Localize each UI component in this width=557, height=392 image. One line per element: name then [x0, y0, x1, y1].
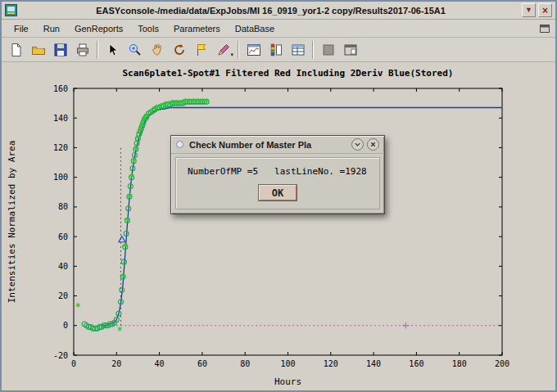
- zoom-in-button[interactable]: [125, 40, 145, 60]
- toolbar-separator: [238, 41, 239, 59]
- svg-text:0: 0: [71, 359, 76, 368]
- datatip-button[interactable]: [191, 40, 211, 60]
- svg-text:*: *: [116, 325, 122, 336]
- dialog-close-button[interactable]: [367, 138, 379, 151]
- close-button[interactable]: ×: [538, 3, 552, 17]
- svg-text:*: *: [126, 191, 132, 203]
- cursor-icon: [106, 43, 120, 57]
- title-bar: EASYconsole-/media/data/ExpJobs/MI 16_09…: [2, 2, 555, 20]
- svg-text:160: 160: [409, 359, 423, 368]
- svg-text:100: 100: [53, 173, 68, 182]
- save-icon: [53, 43, 68, 57]
- print-icon: [75, 43, 90, 57]
- print-button[interactable]: [72, 40, 93, 60]
- window-layout-button[interactable]: [340, 40, 360, 60]
- svg-text:Scan6plate1-Spot#1 Filtered Re: Scan6plate1-Spot#1 Filtered Red Includin…: [123, 68, 454, 79]
- dialog-field-numberofmp: NumberOfMP =5: [188, 166, 258, 177]
- menu-corner-icon[interactable]: [539, 23, 550, 34]
- datatip-flag-icon: [194, 43, 209, 57]
- colorbar-button[interactable]: [265, 40, 286, 60]
- menu-bar: File Run GenReports Tools Parameters Dat…: [2, 20, 555, 38]
- dialog-collapse-button[interactable]: [351, 138, 364, 151]
- svg-text:*: *: [120, 272, 125, 283]
- close-icon: [369, 141, 377, 148]
- new-document-icon: [9, 43, 24, 57]
- svg-text:200: 200: [495, 359, 509, 368]
- menu-database[interactable]: DataBase: [228, 22, 282, 35]
- toolbar: ▾: [2, 38, 555, 62]
- menu-run[interactable]: Run: [36, 22, 67, 35]
- svg-text:80: 80: [58, 202, 68, 211]
- svg-text:*: *: [122, 241, 128, 253]
- minimize-button[interactable]: ▼: [522, 3, 536, 17]
- brush-dropdown-arrow: ▾: [230, 52, 233, 58]
- dialog-title: Check Number of Master Pla: [189, 140, 348, 150]
- dialog-body: NumberOfMP =5lastLineNo. =1928 OK: [175, 157, 380, 210]
- svg-text:80: 80: [240, 359, 250, 368]
- gray-square-icon: [321, 43, 336, 57]
- svg-text:140: 140: [366, 359, 381, 368]
- svg-text:*: *: [129, 172, 134, 183]
- plot-canvas[interactable]: 020406080100120140160180200-200204060801…: [2, 62, 555, 390]
- svg-text:40: 40: [155, 359, 165, 368]
- svg-text:*: *: [133, 144, 138, 155]
- svg-text:60: 60: [197, 359, 207, 368]
- zoom-in-icon: [128, 43, 143, 57]
- pan-hand-icon: [150, 43, 165, 57]
- dialog-message: NumberOfMP =5lastLineNo. =1928: [176, 166, 379, 177]
- ok-button[interactable]: OK: [259, 185, 297, 201]
- svg-text:120: 120: [324, 359, 338, 368]
- colorbar-icon: [269, 43, 283, 57]
- toolbar-separator: [312, 41, 314, 59]
- rotate-button[interactable]: [169, 40, 189, 60]
- chevron-down-icon: [354, 141, 361, 148]
- gray-square-button[interactable]: [318, 40, 338, 60]
- svg-text:60: 60: [58, 232, 68, 241]
- menu-file[interactable]: File: [7, 22, 36, 35]
- open-file-button[interactable]: [28, 40, 48, 60]
- cursor-button[interactable]: [102, 40, 123, 60]
- svg-text:20: 20: [58, 291, 68, 300]
- svg-text:*: *: [203, 97, 209, 108]
- brush-button[interactable]: ▾: [213, 40, 233, 60]
- svg-text:160: 160: [53, 84, 68, 93]
- dialog-icon: [176, 141, 183, 148]
- app-window: EASYconsole-/media/data/ExpJobs/MI 16_09…: [0, 0, 557, 392]
- figure-area: 020406080100120140160180200-200204060801…: [2, 62, 555, 390]
- svg-text:Intensities Normalized by Area: Intensities Normalized by Area: [7, 141, 17, 304]
- svg-text:0: 0: [63, 321, 68, 330]
- svg-text:100: 100: [280, 359, 295, 368]
- table-button[interactable]: [288, 40, 308, 60]
- svg-text:*: *: [75, 301, 81, 313]
- figure-window-button[interactable]: [243, 40, 264, 60]
- new-document-button[interactable]: [6, 40, 26, 60]
- window-title: EASYconsole-/media/data/ExpJobs/MI 16_09…: [22, 6, 519, 16]
- dialog-check-number-of-master-plates: Check Number of Master Pla NumberOfMP =5…: [170, 135, 385, 214]
- svg-text:*: *: [125, 215, 130, 227]
- app-icon[interactable]: [5, 4, 17, 16]
- dialog-title-bar[interactable]: Check Number of Master Pla: [171, 136, 384, 154]
- svg-text:40: 40: [58, 262, 68, 271]
- svg-text:120: 120: [53, 143, 68, 152]
- svg-text:-20: -20: [53, 351, 68, 360]
- rotate-icon: [172, 43, 187, 57]
- brush-icon: [216, 43, 231, 57]
- svg-text:180: 180: [452, 359, 467, 368]
- menu-parameters[interactable]: Parameters: [166, 22, 228, 35]
- menu-genreports[interactable]: GenReports: [67, 22, 130, 35]
- window-layout-icon: [343, 43, 358, 57]
- svg-text:*: *: [131, 155, 137, 167]
- table-icon: [291, 43, 306, 57]
- svg-text:Hours: Hours: [274, 376, 301, 387]
- dialog-field-lastlineno: lastLineNo. =1928: [274, 166, 367, 177]
- save-button[interactable]: [50, 40, 70, 60]
- menu-tools[interactable]: Tools: [130, 22, 166, 35]
- svg-text:20: 20: [111, 359, 121, 368]
- open-folder-icon: [31, 43, 46, 57]
- figure-window-icon: [247, 43, 261, 57]
- toolbar-separator: [97, 41, 98, 59]
- svg-text:140: 140: [53, 114, 68, 123]
- pan-hand-button[interactable]: [147, 40, 167, 60]
